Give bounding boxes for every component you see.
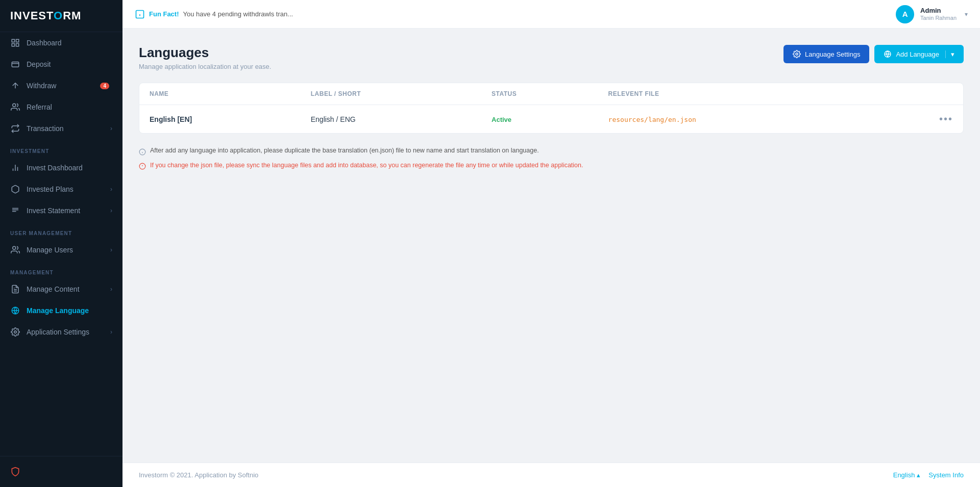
grid-icon xyxy=(10,38,20,48)
page-subtitle: Manage application localization at your … xyxy=(139,63,271,70)
circle-warn-icon xyxy=(139,162,146,171)
fun-fact-text: You have 4 pending withdrawls tran... xyxy=(183,10,293,18)
footer-system-info[interactable]: System Info xyxy=(928,471,964,479)
user-name: Admin xyxy=(920,7,957,15)
sidebar-item-label: Invest Statement xyxy=(27,207,80,215)
sidebar-item-manage-content[interactable]: Manage Content › xyxy=(0,278,122,300)
sidebar-item-label: Application Settings xyxy=(27,328,89,336)
add-language-dropdown-arrow[interactable]: ▾ xyxy=(945,50,954,58)
cell-status: Active xyxy=(481,105,598,134)
topbar: Fun Fact! You have 4 pending withdrawls … xyxy=(122,0,980,29)
chevron-right-icon: › xyxy=(110,328,112,336)
add-language-button[interactable]: Add Language ▾ xyxy=(874,45,964,63)
notes-section: After add any language into application,… xyxy=(139,146,964,175)
chevron-right-icon: › xyxy=(110,246,112,253)
chevron-right-icon: › xyxy=(110,186,112,193)
col-header-actions xyxy=(875,83,963,105)
sidebar-item-app-settings[interactable]: Application Settings › xyxy=(0,321,122,343)
cell-name: English [EN] xyxy=(139,105,301,134)
note-info-text: After add any language into application,… xyxy=(150,146,539,156)
page-content: Languages Manage application localizatio… xyxy=(122,29,980,463)
user-dropdown-icon[interactable]: ▾ xyxy=(965,11,968,18)
footer: Investorm © 2021. Application by Softnio… xyxy=(122,463,980,487)
svg-rect-0 xyxy=(12,39,14,42)
statement-icon xyxy=(10,206,20,216)
gear-icon xyxy=(793,50,801,58)
circle-info-icon xyxy=(139,147,146,157)
nav-management: MANAGEMENT Manage Content › xyxy=(0,261,122,343)
logo: INVESTORM xyxy=(0,0,122,32)
main-content: Fun Fact! You have 4 pending withdrawls … xyxy=(122,0,980,487)
transaction-icon xyxy=(10,123,20,134)
deposit-icon xyxy=(10,59,20,69)
page-title-area: Languages Manage application localizatio… xyxy=(139,45,271,70)
sidebar-item-invested-plans[interactable]: Invested Plans › xyxy=(0,178,122,200)
sidebar: INVESTORM Dashboard Deposit xyxy=(0,0,122,487)
sidebar-item-manage-users[interactable]: Manage Users › xyxy=(0,239,122,261)
fun-fact-banner: Fun Fact! You have 4 pending withdrawls … xyxy=(135,9,293,19)
page-header: Languages Manage application localizatio… xyxy=(139,45,964,70)
sidebar-item-invest-dashboard[interactable]: Invest Dashboard xyxy=(0,157,122,178)
avatar: A xyxy=(896,5,914,23)
withdraw-badge: 4 xyxy=(100,83,109,89)
svg-point-20 xyxy=(796,53,798,55)
investment-section-label: INVESTMENT xyxy=(0,139,122,157)
svg-point-12 xyxy=(13,246,16,249)
svg-point-16 xyxy=(14,331,17,334)
col-header-label: Label / Short xyxy=(301,83,481,105)
sidebar-item-label: Deposit xyxy=(27,60,51,68)
table-body: English [EN] English / ENG Active resour… xyxy=(139,105,963,134)
svg-rect-1 xyxy=(16,39,19,42)
info-icon xyxy=(135,9,145,19)
sidebar-item-invest-statement[interactable]: Invest Statement › xyxy=(0,200,122,221)
row-actions-menu[interactable]: ••• xyxy=(939,113,953,124)
sidebar-item-referral[interactable]: Referral xyxy=(0,96,122,118)
cell-label: English / ENG xyxy=(301,105,481,134)
language-icon xyxy=(10,305,20,316)
languages-table: Name Label / Short Status Relevent File … xyxy=(139,83,963,133)
sidebar-item-transaction[interactable]: Transaction › xyxy=(0,118,122,139)
sidebar-item-label: Manage Users xyxy=(27,246,73,254)
footer-language-select[interactable]: English ▴ xyxy=(893,471,921,479)
svg-rect-2 xyxy=(12,44,14,46)
logo-text: INVESTORM xyxy=(10,9,81,22)
page-title: Languages xyxy=(139,45,271,61)
sidebar-item-dashboard[interactable]: Dashboard xyxy=(0,32,122,54)
svg-point-5 xyxy=(13,104,16,107)
table-head: Name Label / Short Status Relevent File xyxy=(139,83,963,105)
content-icon xyxy=(10,284,20,294)
sidebar-item-label: Dashboard xyxy=(27,39,62,47)
users-icon xyxy=(10,245,20,255)
chevron-right-icon: › xyxy=(110,125,112,132)
sidebar-item-withdraw[interactable]: Withdraw 4 xyxy=(0,75,122,96)
nav-user-management: USER MANAGEMENT Manage Users › xyxy=(0,221,122,261)
footer-language-chevron: ▴ xyxy=(917,471,920,479)
language-settings-label: Language Settings xyxy=(805,50,860,58)
sidebar-item-deposit[interactable]: Deposit xyxy=(0,54,122,75)
sidebar-bottom-icon[interactable] xyxy=(0,462,122,482)
referral-icon xyxy=(10,102,20,112)
globe-icon xyxy=(884,50,892,58)
chevron-right-icon: › xyxy=(110,207,112,214)
languages-table-container: Name Label / Short Status Relevent File … xyxy=(139,83,964,134)
header-actions: Language Settings Add Language ▾ xyxy=(783,45,964,63)
sidebar-bottom xyxy=(0,456,122,487)
svg-rect-4 xyxy=(12,62,19,67)
nav-investment: INVESTMENT Invest Dashboard Invested Pla… xyxy=(0,139,122,221)
sidebar-item-manage-language[interactable]: Manage Language xyxy=(0,300,122,321)
sidebar-item-label: Transaction xyxy=(27,124,64,133)
cell-file: resources/lang/en.json xyxy=(598,105,876,134)
nav-main: Dashboard Deposit Withdraw 4 xyxy=(0,32,122,139)
language-settings-button[interactable]: Language Settings xyxy=(783,45,869,63)
plans-icon xyxy=(10,184,20,194)
sidebar-item-label: Invest Dashboard xyxy=(27,164,83,172)
note-warn: If you change the json file, please sync… xyxy=(139,161,964,171)
sidebar-item-label: Manage Language xyxy=(27,306,89,315)
col-header-name: Name xyxy=(139,83,301,105)
chevron-right-icon: › xyxy=(110,286,112,293)
add-language-label: Add Language xyxy=(896,50,939,58)
cell-actions[interactable]: ••• xyxy=(875,105,963,134)
shield-icon xyxy=(10,467,20,477)
col-header-file: Relevent File xyxy=(598,83,876,105)
sidebar-item-label: Withdraw xyxy=(27,82,56,90)
